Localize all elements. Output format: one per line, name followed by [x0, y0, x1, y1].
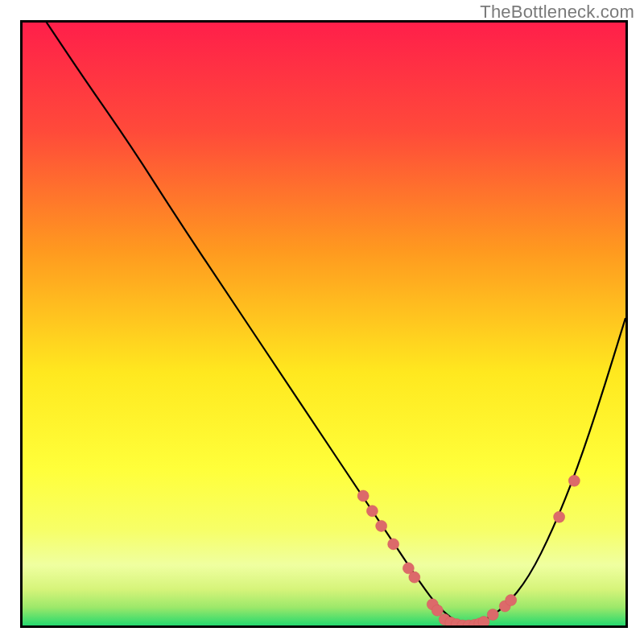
data-marker	[431, 605, 443, 616]
data-marker	[376, 520, 387, 531]
data-marker	[388, 539, 399, 550]
data-marker	[357, 490, 369, 502]
gradient-background	[23, 23, 625, 625]
data-marker	[568, 475, 580, 486]
data-marker	[506, 595, 517, 606]
chart-svg	[23, 23, 625, 625]
data-marker	[554, 511, 565, 522]
chart-plot-area	[20, 20, 628, 628]
data-marker	[478, 617, 489, 625]
data-marker	[366, 506, 378, 517]
data-marker	[409, 572, 420, 583]
data-marker	[487, 609, 498, 621]
